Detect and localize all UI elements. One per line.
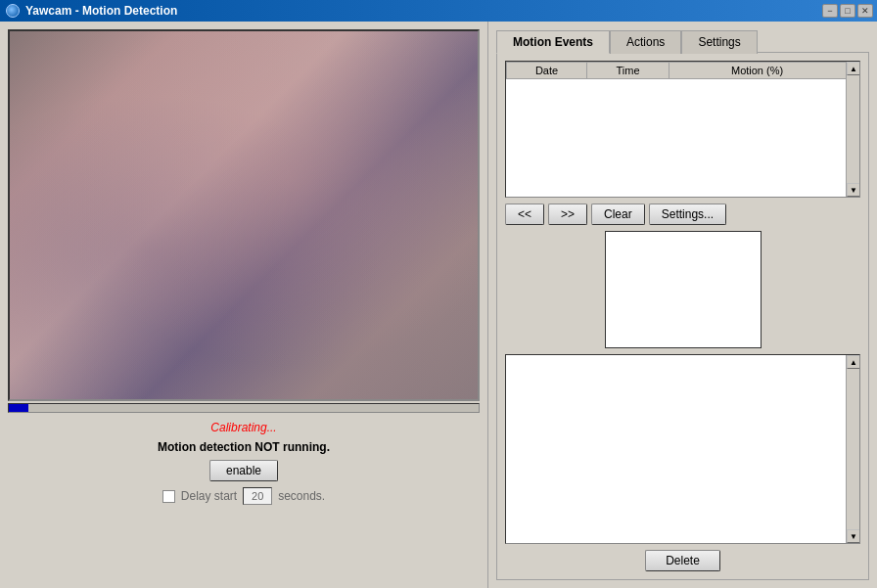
calibrating-text: Calibrating...	[210, 421, 276, 434]
tab-motion-events[interactable]: Motion Events	[496, 30, 610, 54]
log-scrollbar-container: ▲ ▼	[846, 355, 859, 543]
settings-button[interactable]: Settings...	[649, 204, 726, 225]
window-controls[interactable]: − □ ✕	[822, 4, 873, 18]
title-bar-left: Yawcam - Motion Detection	[6, 4, 177, 18]
tab-bar: Motion Events Actions Settings	[496, 29, 869, 53]
app-icon	[6, 4, 20, 18]
log-scrollbar-arrow-up[interactable]: ▲	[847, 355, 860, 369]
tab-content: Date Time Motion (%) ▲ ▼ << >> Cl	[496, 52, 869, 580]
window-title: Yawcam - Motion Detection	[25, 4, 177, 18]
delay-input[interactable]	[243, 487, 272, 505]
maximize-button[interactable]: □	[840, 4, 855, 18]
log-scrollbar-arrow-down[interactable]: ▼	[847, 529, 860, 543]
events-table-container: Date Time Motion (%) ▲ ▼	[505, 61, 860, 198]
title-bar: Yawcam - Motion Detection − □ ✕	[0, 0, 877, 22]
col-time: Time	[587, 63, 669, 79]
tab-actions[interactable]: Actions	[610, 30, 681, 54]
clear-button[interactable]: Clear	[591, 204, 645, 225]
next-button[interactable]: >>	[548, 204, 587, 225]
delay-label-before: Delay start	[181, 489, 237, 503]
scrollbar-container: ▲ ▼	[846, 62, 859, 197]
preview-box	[605, 231, 762, 348]
col-motion: Motion (%)	[669, 63, 859, 79]
progress-bar-fill	[9, 404, 28, 412]
close-button[interactable]: ✕	[857, 4, 873, 18]
delay-label-after: seconds.	[278, 489, 325, 503]
progress-bar-area	[8, 403, 480, 413]
delay-area: Delay start seconds.	[162, 487, 325, 505]
prev-button[interactable]: <<	[505, 204, 544, 225]
main-content: Calibrating... Motion detection NOT runn…	[0, 22, 877, 588]
scrollbar-arrow-up[interactable]: ▲	[847, 62, 860, 75]
tab-settings[interactable]: Settings	[681, 30, 757, 54]
delete-button[interactable]: Delete	[645, 550, 720, 571]
delay-checkbox[interactable]	[162, 490, 175, 503]
enable-button[interactable]: enable	[209, 460, 278, 481]
events-table: Date Time Motion (%)	[506, 62, 859, 79]
right-panel: Motion Events Actions Settings Date Time…	[487, 22, 877, 588]
camera-overlay	[10, 31, 478, 399]
status-area: Calibrating... Motion detection NOT runn…	[8, 417, 480, 505]
log-area-container: ▲ ▼	[505, 354, 860, 544]
camera-view	[8, 29, 480, 401]
scrollbar-arrow-down[interactable]: ▼	[847, 183, 860, 197]
nav-buttons: << >> Clear Settings...	[505, 204, 860, 225]
motion-status-text: Motion detection NOT running.	[158, 440, 330, 454]
minimize-button[interactable]: −	[822, 4, 838, 18]
left-panel: Calibrating... Motion detection NOT runn…	[0, 22, 487, 588]
col-date: Date	[507, 63, 587, 79]
